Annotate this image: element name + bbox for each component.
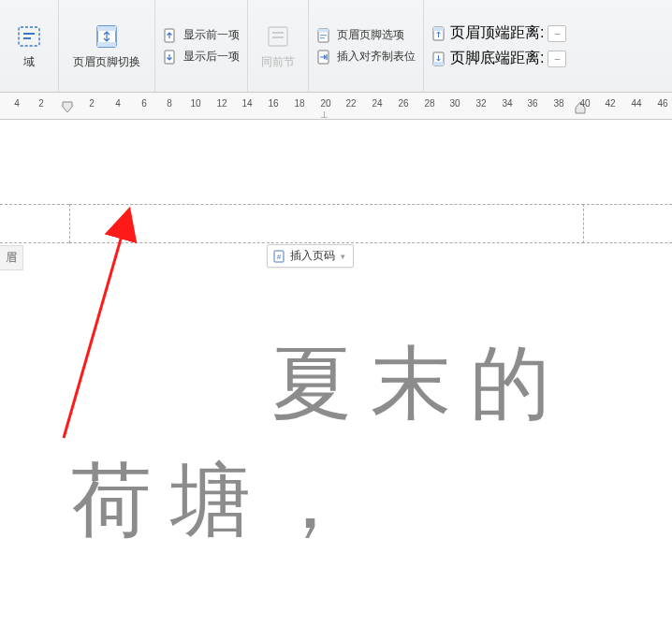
header-margin-left [0, 204, 69, 243]
page-number-icon: # [273, 250, 286, 263]
svg-marker-21 [63, 102, 72, 112]
insert-page-number-button[interactable]: # 插入页码 ▾ [267, 244, 354, 268]
ruler-tick: 6 [141, 98, 147, 109]
body-line-2: 荷塘， [71, 443, 595, 560]
ruler-caret-icon: ⊥ [320, 109, 329, 120]
footer-distance-icon [431, 51, 446, 66]
ruler-tick: 18 [294, 98, 304, 109]
header-footer-switch-icon [94, 23, 120, 50]
show-next-button[interactable]: 显示后一项 [163, 49, 240, 65]
page-up-icon [163, 28, 178, 43]
svg-rect-10 [272, 36, 284, 38]
distance-group: 页眉顶端距离: – 页脚底端距离: – [424, 0, 574, 92]
ruler-tick: 2 [38, 98, 44, 109]
header-distance-label: 页眉顶端距离: [450, 23, 544, 43]
header-tag: 眉 [0, 245, 23, 270]
footer-distance-row: 页脚底端距离: – [431, 49, 566, 68]
tabstop-icon [316, 50, 331, 65]
svg-rect-13 [320, 35, 327, 36]
footer-distance-label: 页脚底端距离: [450, 49, 544, 68]
svg-rect-4 [97, 26, 116, 31]
insert-alignment-tab-label: 插入对齐制表位 [337, 49, 416, 65]
header-footer-options-button[interactable]: 页眉页脚选项 [316, 27, 416, 43]
options-page-icon [316, 28, 331, 43]
header-footer-switch-button[interactable]: 页眉页脚切换 [59, 0, 155, 92]
ruler-tick: 44 [631, 98, 641, 109]
ruler-tick: 42 [605, 98, 615, 109]
ruler-tick: 32 [475, 98, 486, 109]
horizontal-ruler[interactable]: ⊥ 42246810121416182022242628303234363840… [0, 93, 672, 120]
document-area[interactable]: 眉 # 插入页码 ▾ 夏末的 荷塘， [0, 120, 672, 626]
ruler-tick: 16 [268, 98, 278, 109]
header-footer-options-label: 页眉页脚选项 [337, 27, 404, 43]
svg-text:#: # [277, 253, 282, 261]
svg-rect-1 [23, 33, 35, 35]
svg-rect-20 [433, 62, 444, 66]
ruler-tick: 34 [502, 98, 512, 109]
prev-next-group: 显示前一项 显示后一项 [155, 0, 248, 92]
header-distance-row: 页眉顶端距离: – [431, 23, 566, 43]
svg-rect-18 [433, 27, 444, 31]
svg-rect-0 [19, 27, 39, 46]
ruler-tick: 30 [449, 98, 460, 109]
svg-rect-5 [97, 42, 116, 47]
show-previous-label: 显示前一项 [183, 27, 240, 43]
show-previous-button[interactable]: 显示前一项 [163, 27, 240, 43]
header-footer-switch-label: 页眉页脚切换 [73, 55, 140, 68]
ruler-tick: 2 [89, 98, 95, 109]
page-down-icon [163, 50, 178, 65]
ruler-tick: 40 [579, 98, 590, 109]
body-line-1: 夏末的 [71, 326, 595, 443]
header-distance-icon [431, 26, 446, 41]
svg-rect-2 [23, 37, 31, 39]
header-margin-right [582, 204, 672, 243]
header-tag-text: 眉 [6, 251, 17, 264]
ruler-tick: 8 [167, 98, 172, 109]
ruler-tick: 4 [14, 98, 20, 109]
hf-extra-group: 页眉页脚选项 插入对齐制表位 [309, 0, 424, 92]
field-label: 域 [23, 55, 35, 68]
same-as-previous-label: 同前节 [261, 55, 295, 68]
ruler-tick: 14 [241, 98, 252, 109]
insert-alignment-tab-button[interactable]: 插入对齐制表位 [316, 49, 416, 65]
ruler-tick: 38 [553, 98, 563, 109]
field-icon [16, 23, 42, 50]
ruler-tick: 4 [115, 98, 121, 109]
header-edit-box[interactable] [69, 204, 584, 243]
footer-distance-spinner[interactable]: – [548, 51, 566, 67]
svg-rect-9 [272, 32, 284, 34]
svg-rect-14 [320, 37, 325, 38]
ruler-tick: 28 [424, 98, 434, 109]
insert-page-number-label: 插入页码 [290, 248, 335, 264]
field-button[interactable]: 域 [0, 0, 59, 92]
show-next-label: 显示后一项 [183, 49, 240, 65]
ruler-tick: 24 [372, 98, 382, 109]
ruler-tick: 36 [527, 98, 537, 109]
ruler-tick: 46 [657, 98, 667, 109]
ruler-tick: 26 [398, 98, 408, 109]
ruler-tick: 12 [216, 98, 226, 109]
ribbon-toolbar: 域 页眉页脚切换 显示前一项 显示后一项 同前节 [0, 0, 672, 93]
ruler-tick: 10 [190, 98, 200, 109]
document-body-text: 夏末的 荷塘， [71, 326, 595, 559]
chevron-down-icon: ▾ [341, 252, 345, 261]
same-as-previous-button: 同前节 [248, 0, 309, 92]
svg-rect-12 [318, 29, 329, 33]
header-distance-spinner[interactable]: – [548, 25, 566, 42]
link-sections-icon [265, 23, 291, 50]
indent-marker-left-icon[interactable] [62, 101, 73, 114]
ruler-tick: 20 [320, 98, 330, 109]
ruler-tick: 22 [345, 98, 356, 109]
